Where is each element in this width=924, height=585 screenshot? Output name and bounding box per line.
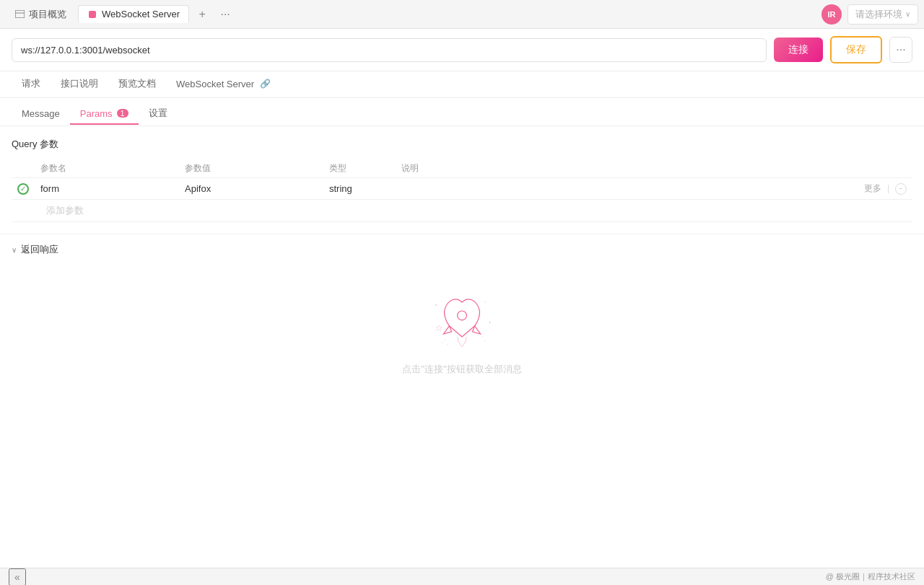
tab-settings-label: 设置: [149, 107, 167, 118]
ir-label: IR: [828, 10, 836, 19]
project-tab-label: 项目概览: [29, 8, 66, 21]
svg-point-5: [458, 311, 467, 320]
tab-ws-server[interactable]: WebSocket Server 🔗: [166, 73, 281, 97]
ws-tab-label: WebSocket Server: [102, 9, 180, 19]
top-bar: 项目概览 WebSocket Server + ··· IR 请选择环境 ∨: [0, 0, 924, 29]
save-button[interactable]: 保存: [830, 36, 882, 63]
ir-badge: IR: [821, 4, 842, 25]
tab-preview-doc-label: 预览文档: [118, 78, 156, 89]
env-dropdown-arrow: ∨: [905, 10, 910, 18]
tab-request-label: 请求: [22, 78, 40, 89]
response-section-title: 返回响应: [21, 243, 58, 256]
main-content: Query 参数 参数名 参数值 类型 说明 ✓ form Apifox str…: [0, 126, 924, 234]
tab-params-label: Params: [80, 108, 113, 119]
param-delete-button[interactable]: −: [895, 183, 907, 195]
tab-message-label: Message: [22, 108, 60, 119]
col-header-value: 参数值: [179, 159, 323, 178]
env-placeholder: 请选择环境: [855, 8, 902, 21]
params-badge: 1: [117, 109, 128, 118]
tab-settings[interactable]: 设置: [139, 102, 178, 126]
add-param-row: 添加参数: [12, 200, 912, 222]
rocket-illustration: [426, 294, 498, 351]
tab-preview-doc[interactable]: 预览文档: [108, 71, 166, 97]
svg-rect-0: [15, 10, 25, 18]
collapse-chevron: ∨: [12, 246, 17, 254]
row-enabled-checkbox[interactable]: ✓: [17, 183, 29, 195]
connect-button[interactable]: 连接: [774, 38, 823, 62]
param-more-button[interactable]: 更多: [864, 182, 881, 195]
bottom-bar: « @ 极光圈｜程序技术社区: [0, 568, 924, 585]
col-header-type: 类型: [323, 159, 396, 178]
tab-websocket-server[interactable]: WebSocket Server: [78, 5, 189, 23]
svg-point-8: [447, 344, 448, 346]
link-icon: 🔗: [260, 79, 271, 89]
response-section-header[interactable]: ∨ 返回响应: [0, 234, 924, 265]
param-desc-cell[interactable]: [396, 178, 540, 200]
sub-tabs: 请求 接口说明 预览文档 WebSocket Server 🔗: [0, 71, 924, 98]
svg-point-10: [484, 340, 486, 342]
svg-point-6: [444, 339, 445, 340]
param-actions-cell: 更多 | −: [540, 178, 912, 200]
tab-request[interactable]: 请求: [12, 71, 51, 97]
table-row: ✓ form Apifox string 更多 | −: [12, 178, 912, 200]
tab-project-overview[interactable]: 项目概览: [6, 5, 75, 24]
env-selector[interactable]: 请选择环境 ∨: [847, 4, 918, 25]
url-input[interactable]: [12, 38, 767, 62]
add-param-button[interactable]: 添加参数: [40, 201, 90, 220]
svg-point-4: [489, 322, 490, 323]
param-name-cell[interactable]: form: [35, 178, 179, 200]
param-value-cell[interactable]: Apifox: [179, 178, 323, 200]
svg-point-3: [484, 302, 486, 303]
ws-icon: [87, 9, 97, 19]
tab-message[interactable]: Message: [12, 104, 70, 125]
col-header-desc: 说明: [396, 159, 540, 178]
response-area: 点击"连接"按钮获取全部消息: [0, 265, 924, 390]
svg-point-2: [435, 304, 437, 306]
tab-interface-doc[interactable]: 接口说明: [51, 71, 108, 97]
tab-interface-doc-label: 接口说明: [61, 78, 98, 89]
tab-ws-server-label: WebSocket Server: [176, 79, 254, 89]
more-options-button[interactable]: ···: [889, 37, 912, 63]
add-tab-button[interactable]: +: [192, 4, 212, 25]
collapse-sidebar-button[interactable]: «: [9, 568, 26, 586]
svg-point-9: [481, 336, 483, 338]
col-header-name: 参数名: [35, 159, 179, 178]
response-hint: 点击"连接"按钮获取全部消息: [402, 363, 521, 376]
bottom-bar-right-label: @ 极光圈｜程序技术社区: [826, 571, 915, 582]
project-icon: [14, 9, 25, 19]
query-params-title: Query 参数: [12, 138, 912, 151]
more-tabs-button[interactable]: ···: [215, 4, 235, 25]
url-bar: 连接 保存 ···: [0, 29, 924, 71]
param-type-cell[interactable]: string: [323, 178, 396, 200]
tab-params[interactable]: Params 1: [70, 104, 139, 125]
params-table: 参数名 参数值 类型 说明 ✓ form Apifox string 更多 | …: [12, 159, 912, 222]
svg-point-7: [441, 342, 443, 343]
inner-tabs: Message Params 1 设置: [0, 98, 924, 126]
